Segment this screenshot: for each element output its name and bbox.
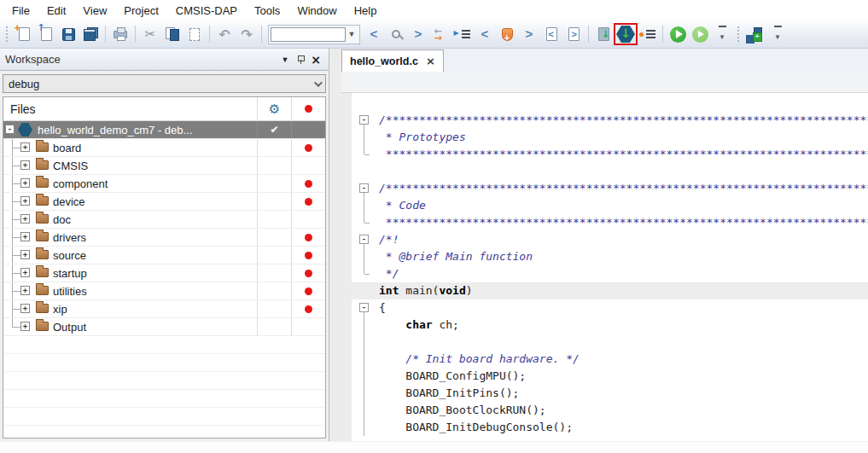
code-segment-comment: */ [379, 267, 399, 280]
tree-item-cmsis[interactable]: +CMSIS [3, 157, 325, 175]
dot-cell [291, 175, 325, 192]
cut-icon[interactable] [139, 23, 161, 46]
files-tree-header: Files ⚙ [3, 97, 325, 121]
tree-item-xip[interactable]: +xip [3, 300, 325, 318]
build-log-icon[interactable] [637, 23, 659, 46]
next-file-icon[interactable] [562, 23, 585, 46]
menu-edit[interactable]: Edit [38, 2, 74, 20]
collapse-icon[interactable]: - [5, 125, 15, 134]
find-input[interactable] [271, 27, 346, 42]
next-bookmark-icon[interactable] [518, 23, 540, 46]
expand-icon[interactable]: + [20, 160, 30, 170]
menu-help[interactable]: Help [346, 2, 386, 20]
fold-collapse-icon[interactable]: - [359, 183, 369, 193]
find-next-icon[interactable] [407, 23, 429, 46]
tree-item-utilities[interactable]: +utilities [3, 282, 325, 300]
folder-icon [36, 322, 49, 331]
menu-cmsis-dap[interactable]: CMSIS-DAP [167, 2, 246, 20]
code-line: * @brief Main function [341, 248, 868, 265]
menu-window[interactable]: Window [288, 2, 345, 20]
tree-item-name: +CMSIS [3, 157, 257, 174]
expand-icon[interactable]: + [20, 304, 30, 313]
tree-item-component[interactable]: +component [3, 175, 325, 193]
bookmark-list-icon[interactable] [451, 23, 474, 46]
run-no-debug-icon[interactable] [689, 23, 711, 46]
empty-row [3, 372, 325, 390]
redo-icon[interactable] [236, 23, 258, 46]
fold-margin [341, 163, 379, 180]
run-icon[interactable] [667, 23, 689, 46]
download-flash-icon[interactable] [615, 23, 637, 46]
tree-item-source[interactable]: +source [3, 247, 325, 264]
tree-item-output[interactable]: +Output [3, 318, 325, 336]
print-icon[interactable] [109, 23, 131, 46]
tree-item-drivers[interactable]: +drivers [3, 229, 325, 247]
menu-tools[interactable]: Tools [246, 2, 288, 20]
paste-icon[interactable] [184, 23, 206, 46]
find-combobox[interactable]: ▼ [268, 25, 360, 44]
expand-icon[interactable]: + [20, 232, 30, 241]
find-previous-icon [370, 26, 378, 42]
copy-icon[interactable] [161, 23, 184, 46]
toolbar-overflow-icon[interactable] [711, 23, 733, 46]
fold-margin [341, 334, 379, 351]
code-segment-comment: /***************************************… [379, 182, 868, 195]
folder-rows: +board+CMSIS+component+device+doc+driver… [3, 139, 325, 438]
tab-close-icon[interactable]: × [426, 55, 435, 67]
find-icon[interactable] [385, 23, 407, 46]
fold-line [364, 419, 364, 436]
expand-icon[interactable]: + [20, 286, 30, 295]
expand-icon[interactable]: + [20, 196, 30, 206]
navigate-back-forward-icon[interactable] [429, 23, 451, 46]
menu-file[interactable]: File [3, 2, 38, 20]
panel-splitter[interactable] [329, 49, 341, 441]
build-icon[interactable] [744, 23, 766, 46]
check-cell [257, 229, 291, 246]
save-all-icon[interactable] [79, 23, 102, 46]
tree-item-device[interactable]: +device [3, 193, 325, 211]
tree-item-startup[interactable]: +startup [3, 264, 325, 282]
toolbar-overflow2-icon[interactable] [766, 23, 789, 46]
menu-project[interactable]: Project [115, 2, 166, 20]
find-previous-icon[interactable] [363, 23, 385, 46]
undo-icon[interactable] [213, 23, 236, 46]
tree-item-doc[interactable]: +doc [3, 211, 325, 229]
panel-menu-button[interactable]: ▼ [277, 52, 293, 67]
menu-view[interactable]: View [74, 2, 115, 20]
save-icon[interactable] [57, 23, 79, 46]
empty-row [3, 390, 325, 408]
fold-collapse-icon[interactable]: - [359, 235, 369, 244]
previous-file-icon[interactable] [540, 23, 562, 46]
panel-pin-button[interactable] [293, 52, 308, 67]
expand-icon[interactable]: + [20, 178, 30, 188]
gear-icon[interactable]: ⚙ [269, 102, 280, 117]
tab-hello-world-c[interactable]: hello_world.c × [341, 49, 444, 72]
code-text: */ [379, 265, 868, 282]
expand-icon[interactable]: + [20, 214, 30, 224]
download-flash-icon [616, 26, 635, 43]
expand-icon[interactable]: + [20, 322, 30, 331]
expand-icon[interactable]: + [20, 250, 30, 259]
expand-icon[interactable]: + [20, 268, 30, 277]
download-file-icon[interactable] [592, 23, 615, 46]
modified-dot-icon [305, 198, 312, 206]
project-row[interactable]: - hello_world_demo_cm7 - deb... ✔ [3, 121, 325, 139]
previous-bookmark-icon[interactable] [474, 23, 496, 46]
open-file-icon[interactable] [35, 23, 57, 46]
toggle-bookmark-icon[interactable] [496, 23, 518, 46]
new-file-icon[interactable] [13, 23, 35, 46]
code-editor[interactable]: -/**************************************… [341, 92, 868, 441]
bookmark-list-icon [456, 30, 470, 38]
fold-collapse-icon[interactable]: - [359, 115, 369, 125]
panel-close-button[interactable]: × [308, 52, 323, 67]
fold-margin: - [341, 180, 379, 197]
folder-label: doc [53, 213, 71, 226]
fold-collapse-icon[interactable]: - [359, 303, 369, 312]
build-configuration-select[interactable]: debug [3, 74, 326, 93]
folder-label: CMSIS [53, 160, 88, 172]
chevron-down-icon[interactable]: ▼ [346, 30, 358, 38]
expand-icon[interactable]: + [20, 142, 30, 152]
dot-cell [291, 264, 325, 282]
tree-item-board[interactable]: +board [3, 139, 325, 157]
ide-window: FileEditViewProjectCMSIS-DAPToolsWindowH… [0, 0, 868, 453]
